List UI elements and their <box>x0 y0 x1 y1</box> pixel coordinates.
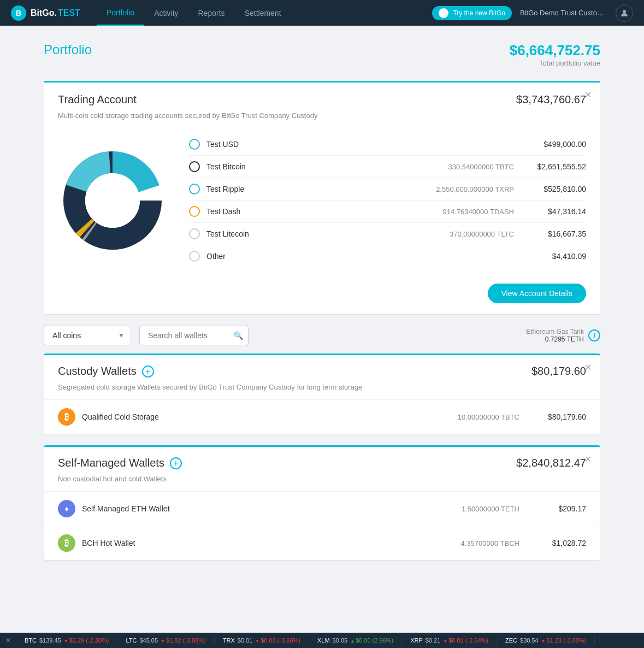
self-managed-wallets-card: ✕ Self-Managed Wallets + $2,840,812.47 N… <box>44 445 600 561</box>
gas-tank-title: Ethereum Gas Tank <box>526 328 584 335</box>
gas-tank-label-block: Ethereum Gas Tank 0.7295 TETH <box>526 328 584 343</box>
self-managed-close-button[interactable]: ✕ <box>582 453 593 464</box>
trading-card-header: Trading Account $3,743,760.67 <box>44 83 600 111</box>
logo-icon: B <box>11 5 26 21</box>
wallet-name-qcs: Qualified Cold Storage <box>82 413 451 421</box>
wallet-amount-eth: 1.50000000 TETH <box>462 505 519 513</box>
legend-value-dash: $47,316.14 <box>531 207 586 216</box>
gas-tank: Ethereum Gas Tank 0.7295 TETH i <box>526 328 600 343</box>
coin-filter-select[interactable]: All coins Bitcoin Ethereum XRP Litecoin <box>44 326 131 345</box>
ticker-coin-xrp: XRP <box>410 637 423 644</box>
legend-dot-other <box>189 251 200 262</box>
ticker-xlm: XLM $0.05 $0.00 (2.96%) <box>309 637 402 644</box>
main-content: Portfolio $6,664,752.75 Total portfolio … <box>0 26 644 582</box>
nav-portfolio[interactable]: Portfolio <box>97 0 144 26</box>
custody-wallets-close-button[interactable]: ✕ <box>582 362 593 373</box>
legend-amount-ltc: 370.00000000 TLTC <box>450 230 514 238</box>
legend-item-btc[interactable]: Test Bitcoin 330.54000000 TBTC $2,651,55… <box>189 156 586 178</box>
search-wrapper: 🔍 <box>139 326 249 345</box>
ticker-coin-xlm: XLM <box>317 637 330 644</box>
wallet-name-bch: BCH Hot Wallet <box>82 539 454 547</box>
search-icon: 🔍 <box>234 331 243 340</box>
gas-tank-info-icon[interactable]: i <box>588 329 600 341</box>
wallet-icon-btc: ₿ <box>58 408 75 426</box>
ticker-change-zec: $1.23 (-3.88%) <box>541 637 587 644</box>
chart-legend: Test USD $499,000.00 Test Bitcoin 330.54… <box>189 133 586 267</box>
portfolio-value-block: $6,664,752.75 Total portfolio value <box>510 42 600 67</box>
custody-wallet-row-qcs[interactable]: ₿ Qualified Cold Storage 10.00000000 TBT… <box>44 399 600 434</box>
gas-tank-value: 0.7295 TETH <box>526 335 584 343</box>
ticker-price-xrp: $0.21 <box>426 637 441 644</box>
add-self-managed-wallet-button[interactable]: + <box>170 457 182 469</box>
wallet-icon-eth: ♦ <box>58 500 75 517</box>
legend-item-other[interactable]: Other $4,410.09 <box>189 245 586 267</box>
ticker-items: BTC $139.45 $3.29 (-2.30%) LTC $45.05 $1… <box>16 637 644 644</box>
legend-name-ltc: Test Litecoin <box>206 229 443 238</box>
wallet-value-eth: $209.17 <box>537 504 586 513</box>
self-managed-wallet-row-bch[interactable]: ₿ BCH Hot Wallet 4.35700000 TBCH $1,028.… <box>44 526 600 560</box>
legend-value-ltc: $16,667.35 <box>531 229 586 238</box>
ticker-zec: ZEC $30.54 $1.23 (-3.88%) <box>497 637 595 644</box>
ticker-coin-zec: ZEC <box>505 637 517 644</box>
ticker-price-ltc: $45.05 <box>139 637 158 644</box>
custody-wallets-subtitle: Segregated cold storage Wallets secured … <box>44 383 600 399</box>
donut-chart-svg <box>58 146 167 255</box>
wallet-value-bch: $1,028.72 <box>537 539 586 547</box>
trading-card-close-button[interactable]: ✕ <box>582 89 593 100</box>
ticker-ltc: LTC $45.05 $1.82 (-3.88%) <box>117 637 214 644</box>
ticker-change-trx: $0.00 (-3.66%) <box>255 637 300 644</box>
legend-value-xrp: $525,810.00 <box>531 185 586 193</box>
portfolio-total-amount: $6,664,752.75 <box>510 42 600 59</box>
legend-name-dash: Test Dash <box>206 207 436 216</box>
legend-value-usd: $499,000.00 <box>531 140 586 149</box>
coin-select-wrapper: All coins Bitcoin Ethereum XRP Litecoin … <box>44 326 131 345</box>
add-custody-wallet-button[interactable]: + <box>142 366 154 378</box>
trading-body: Test USD $499,000.00 Test Bitcoin 330.54… <box>44 128 600 278</box>
ticker-change-xrp: $0.01 (-2.64%) <box>443 637 488 644</box>
ticker-bar: ✕ BTC $139.45 $3.29 (-2.30%) LTC $45.05 … <box>0 633 644 648</box>
wallet-amount-bch: 4.35700000 TBCH <box>461 539 519 547</box>
legend-name-xrp: Test Ripple <box>206 185 429 193</box>
navbar: B BitGo.TEST Portfolio Activity Reports … <box>0 0 644 26</box>
nav-right: Try the new BitGo BitGo Demo Trust Custo… <box>432 4 633 22</box>
ticker-coin-btc: BTC <box>25 637 37 644</box>
ticker-close-button[interactable]: ✕ <box>0 637 16 644</box>
wallet-value-qcs: $80,179.60 <box>537 413 586 421</box>
legend-dot-usd <box>189 139 200 150</box>
ticker-price-trx: $0.01 <box>238 637 253 644</box>
custody-wallets-total: $80,179.60 <box>531 365 586 378</box>
legend-item-usd[interactable]: Test USD $499,000.00 <box>189 133 586 156</box>
nav-reports[interactable]: Reports <box>188 0 235 26</box>
ticker-price-btc: $139.45 <box>39 637 61 644</box>
portfolio-total-label: Total portfolio value <box>510 59 600 67</box>
svg-point-0 <box>623 10 626 13</box>
legend-dot-dash <box>189 206 200 217</box>
search-input[interactable] <box>139 326 249 345</box>
wallet-icon-bch: ₿ <box>58 534 75 552</box>
legend-dot-btc <box>189 161 200 172</box>
ticker-change-xlm: $0.00 (2.96%) <box>350 637 393 644</box>
user-avatar-icon[interactable] <box>616 4 633 22</box>
legend-item-dash[interactable]: Test Dash 914.76340000 TDASH $47,316.14 <box>189 201 586 223</box>
try-new-bitgo-button[interactable]: Try the new BitGo <box>432 6 512 20</box>
ticker-price-xlm: $0.05 <box>333 637 348 644</box>
legend-item-xrp[interactable]: Test Ripple 2,550,000.000000 TXRP $525,8… <box>189 178 586 201</box>
legend-name-other: Other <box>206 252 507 261</box>
self-managed-header: Self-Managed Wallets + $2,840,812.47 <box>44 447 600 475</box>
legend-amount-dash: 914.76340000 TDASH <box>442 208 514 216</box>
custody-wallets-header: Custody Wallets + $80,179.60 <box>44 355 600 383</box>
page-title: Portfolio <box>44 42 92 57</box>
legend-item-ltc[interactable]: Test Litecoin 370.00000000 TLTC $16,667.… <box>189 223 586 245</box>
nav-settlement[interactable]: Settlement <box>235 0 291 26</box>
ticker-change-ltc: $1.82 (-3.88%) <box>161 637 206 644</box>
legend-value-btc: $2,651,555.52 <box>531 162 586 171</box>
custody-wallets-card: ✕ Custody Wallets + $80,179.60 Segregate… <box>44 354 600 434</box>
legend-value-other: $4,410.09 <box>531 252 586 261</box>
logo: B BitGo.TEST <box>11 5 80 21</box>
legend-amount-xrp: 2,550,000.000000 TXRP <box>436 185 514 193</box>
view-account-details-button[interactable]: View Account Details <box>488 284 586 303</box>
self-managed-subtitle: Non custodial hot and cold Wallets <box>44 475 600 491</box>
self-managed-title-group: Self-Managed Wallets + <box>58 457 182 469</box>
nav-activity[interactable]: Activity <box>144 0 188 26</box>
self-managed-wallet-row-eth[interactable]: ♦ Self Managed ETH Wallet 1.50000000 TET… <box>44 491 600 526</box>
